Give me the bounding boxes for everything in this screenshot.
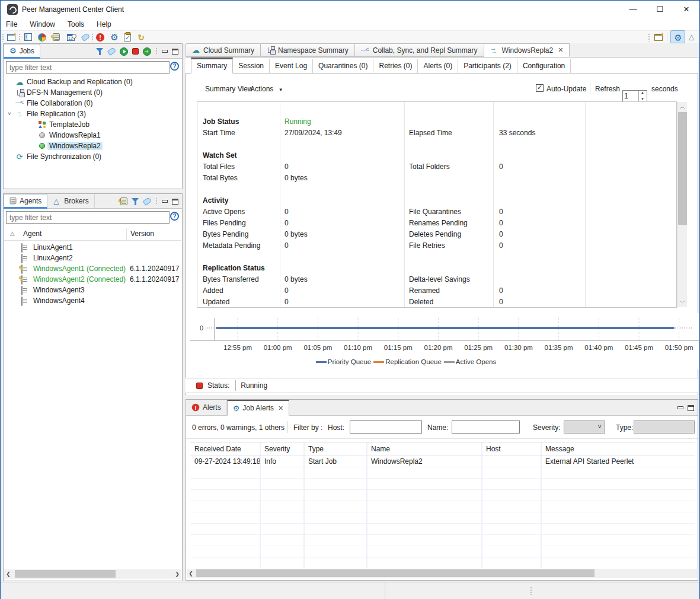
- tree-item-windowsrepla2[interactable]: WindowsRepla2: [4, 141, 182, 151]
- refresh-interval-spinner[interactable]: [622, 90, 647, 102]
- agents-filter-input[interactable]: [6, 211, 170, 224]
- summary-vscrollbar[interactable]: ︿ ﹀: [677, 102, 687, 307]
- maximize-view-icon[interactable]: [172, 49, 178, 55]
- close-window-button[interactable]: ✕: [677, 3, 695, 16]
- severity-filter-select[interactable]: [564, 420, 605, 434]
- menu-tools[interactable]: Tools: [62, 18, 91, 30]
- minimize-view-icon[interactable]: [162, 50, 168, 53]
- tags-button[interactable]: [79, 31, 91, 43]
- agents-hscrollbar[interactable]: ❮ ❯: [4, 569, 181, 579]
- tree-item-templatejob[interactable]: TemplateJob: [4, 119, 182, 130]
- view-menu-handle[interactable]: [155, 47, 158, 55]
- menu-window[interactable]: Window: [24, 18, 62, 30]
- subtab-retries[interactable]: Retries (0): [373, 59, 418, 73]
- restart-job-icon[interactable]: [143, 47, 151, 56]
- filter-funnel-icon[interactable]: [132, 198, 139, 205]
- start-job-icon[interactable]: [120, 47, 128, 56]
- alert-empty-row[interactable]: [190, 479, 695, 490]
- alert-empty-row[interactable]: [190, 490, 695, 501]
- minimize-view-icon[interactable]: [162, 200, 168, 203]
- menu-file[interactable]: File: [1, 18, 24, 30]
- agent-row-linuxagent1[interactable]: LinuxAgent1: [4, 243, 182, 253]
- sort-ascending-icon[interactable]: △: [10, 230, 15, 237]
- maximize-view-icon[interactable]: [688, 405, 694, 411]
- job-alerts-gear-button[interactable]: ⚙: [108, 31, 120, 43]
- jobs-filter-input[interactable]: [6, 61, 170, 74]
- tree-item-cloud-backup-and-replication-0[interactable]: ☁Cloud Backup and Replication (0): [4, 77, 182, 87]
- column-separator[interactable]: [126, 228, 127, 240]
- subtab-participants[interactable]: Participants (2): [458, 59, 517, 73]
- auto-update-checkbox[interactable]: [536, 84, 544, 92]
- network-perspective-button[interactable]: [686, 31, 698, 43]
- refresh-sync-button[interactable]: ↻: [135, 31, 147, 43]
- tab-cloud-summary[interactable]: ☁ Cloud Summary: [186, 43, 261, 57]
- agents-col-version[interactable]: Version: [130, 230, 154, 238]
- agent-row-linuxagent2[interactable]: LinuxAgent2: [4, 253, 182, 264]
- tag-icon[interactable]: [107, 47, 117, 56]
- agent-summary-button[interactable]: ϟ: [50, 31, 62, 43]
- alert-empty-row[interactable]: [190, 546, 695, 557]
- status-bar: [1, 582, 699, 599]
- gear-perspective-icon[interactable]: ⚙: [672, 32, 684, 43]
- alert-empty-row[interactable]: [190, 535, 695, 546]
- tab-alerts[interactable]: ! Alerts: [186, 400, 227, 415]
- agent-row-windowsagent1-connected[interactable]: ϟWindowsAgent1 (Connected)6.1.1.20240917: [4, 264, 182, 275]
- help-icon[interactable]: ?: [170, 212, 179, 221]
- agent-row-windowsagent2-connected[interactable]: ϟWindowsAgent2 (Connected)6.1.1.20240917: [4, 275, 182, 285]
- preferences-list-button[interactable]: [22, 31, 34, 43]
- tasks-clipboard-button[interactable]: [122, 31, 133, 43]
- alerts-error-button[interactable]: !: [94, 31, 106, 43]
- subtab-configuration[interactable]: Configuration: [517, 59, 571, 73]
- tree-item-dfs-n-management-0[interactable]: DFS-N Management (0): [4, 87, 182, 98]
- agent-row-windowsagent4[interactable]: WindowsAgent4: [4, 296, 182, 307]
- filter-funnel-icon[interactable]: [96, 48, 104, 55]
- alert-row-windowsrepla2[interactable]: 09-27-2024 13:49:18InfoStart JobWindowsR…: [190, 456, 695, 467]
- tree-item-file-collaboration-0[interactable]: File Collaboration (0): [4, 98, 182, 109]
- tab-namespace-summary[interactable]: Namespace Summary: [261, 43, 355, 57]
- refresh-interval-input[interactable]: [624, 91, 638, 101]
- tab-windowsrepla2[interactable]: WindowsRepla2 ✕: [484, 43, 570, 57]
- subtab-summary[interactable]: Summary: [191, 58, 233, 74]
- alert-empty-row[interactable]: [190, 512, 695, 524]
- agents-col-agent[interactable]: Agent: [23, 230, 41, 238]
- agent-row-windowsagent3[interactable]: WindowsAgent3: [4, 285, 182, 296]
- alerts-hscrollbar[interactable]: ❮: [187, 569, 697, 578]
- subtab-session[interactable]: Session: [233, 59, 270, 73]
- tag-icon[interactable]: [143, 197, 152, 206]
- help-icon[interactable]: ?: [170, 62, 179, 71]
- alert-empty-row[interactable]: [190, 501, 695, 512]
- agent-action-icon[interactable]: ϟ: [120, 197, 127, 205]
- tab-job-alerts[interactable]: ⚙ Job Alerts ✕: [227, 400, 290, 416]
- minimize-view-icon[interactable]: [677, 406, 683, 409]
- open-perspective-button[interactable]: ✦: [653, 31, 664, 43]
- spinner-arrows-icon[interactable]: [638, 91, 647, 101]
- menu-help[interactable]: Help: [91, 18, 119, 30]
- subtab-alerts[interactable]: Alerts (0): [418, 59, 458, 73]
- tab-collab-sync-repl-summary[interactable]: Collab, Sync, and Repl Summary: [355, 43, 484, 57]
- actions-dropdown[interactable]: Actions ▼: [250, 85, 283, 93]
- chevron-down-icon[interactable]: ˅: [5, 111, 14, 117]
- view-menu-handle[interactable]: [155, 197, 158, 205]
- minimize-window-button[interactable]: —: [624, 3, 642, 16]
- schedule-button[interactable]: 12: [65, 31, 76, 43]
- tree-item-file-replication-3[interactable]: ˅File Replication (3): [4, 109, 182, 119]
- tree-item-windowsrepla1[interactable]: WindowsRepla1: [4, 130, 182, 141]
- tab-brokers[interactable]: Brokers: [47, 194, 94, 208]
- subtab-event-log[interactable]: Event Log: [270, 59, 313, 73]
- alert-empty-row[interactable]: [190, 557, 695, 568]
- tab-jobs[interactable]: ⚙ Jobs: [4, 44, 40, 59]
- alert-empty-row[interactable]: [190, 524, 695, 535]
- maximize-view-icon[interactable]: [172, 199, 178, 205]
- stop-job-icon[interactable]: [132, 48, 139, 55]
- new-job-button[interactable]: ✦: [5, 31, 17, 43]
- tab-agents[interactable]: Agents: [4, 194, 47, 209]
- tree-item-file-synchronization-0[interactable]: ⟳File Synchronization (0): [4, 151, 182, 162]
- close-tab-icon[interactable]: ✕: [557, 46, 563, 54]
- maximize-window-button[interactable]: ☐: [651, 3, 669, 16]
- dashboard-pie-button[interactable]: [36, 31, 48, 43]
- close-tab-icon[interactable]: ✕: [277, 404, 283, 412]
- name-filter-input[interactable]: [452, 420, 520, 434]
- alert-empty-row[interactable]: [190, 467, 695, 479]
- subtab-quarantines[interactable]: Quarantines (0): [313, 59, 373, 73]
- host-filter-input[interactable]: [350, 420, 422, 434]
